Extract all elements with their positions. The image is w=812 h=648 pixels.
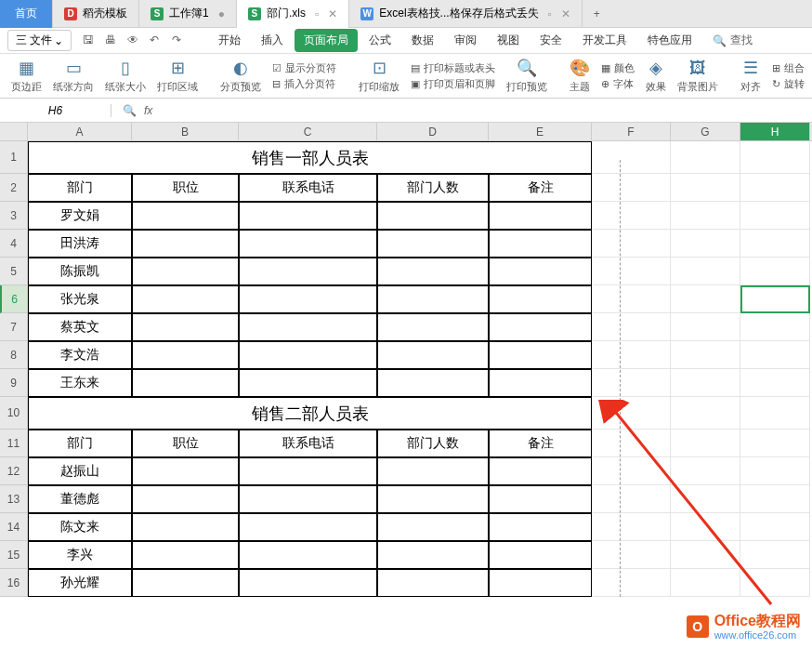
cell-F5[interactable] — [592, 258, 671, 285]
cell-D6[interactable] — [377, 285, 489, 313]
cell-B4[interactable] — [132, 230, 239, 258]
row-header-10[interactable]: 10 — [0, 397, 28, 430]
row-header-11[interactable]: 11 — [0, 430, 28, 457]
row-header-14[interactable]: 14 — [0, 513, 28, 541]
row-header-1[interactable]: 1 — [0, 141, 28, 174]
col-header-D[interactable]: D — [377, 123, 489, 140]
col-header-A[interactable]: A — [28, 123, 132, 140]
cell-C3[interactable] — [239, 202, 377, 230]
fx-search-icon[interactable]: 🔍 — [123, 104, 137, 117]
cell-F4[interactable] — [592, 230, 671, 258]
cell-G15[interactable] — [671, 541, 740, 569]
background-button[interactable]: 🖼背景图片 — [674, 59, 722, 94]
cell-G12[interactable] — [671, 457, 740, 485]
cell-E11[interactable]: 备注 — [489, 430, 592, 457]
cell-F3[interactable] — [592, 202, 671, 230]
margins-button[interactable]: ▦页边距 — [7, 58, 46, 94]
row-header-6[interactable]: 6 — [0, 285, 28, 313]
col-header-H[interactable]: H — [740, 123, 810, 140]
cell-G2[interactable] — [671, 174, 740, 202]
cell-D15[interactable] — [377, 541, 489, 569]
align-button[interactable]: ☰对齐 — [737, 58, 765, 94]
cell-A14[interactable]: 陈文来 — [28, 513, 132, 541]
cell-D4[interactable] — [377, 230, 489, 258]
cell-C12[interactable] — [239, 457, 377, 485]
cell-B6[interactable] — [132, 285, 239, 313]
page-break-preview-button[interactable]: ◐分页预览 — [216, 58, 265, 94]
cell-F13[interactable] — [592, 485, 671, 513]
cell-B5[interactable] — [132, 258, 239, 285]
cell-C9[interactable] — [239, 369, 377, 397]
show-page-break-button[interactable]: ☑显示分页符 — [268, 61, 340, 75]
cell-H7[interactable] — [740, 313, 810, 341]
group-button[interactable]: ⊞组合 — [768, 61, 808, 75]
tab-home[interactable]: 首页 — [0, 0, 53, 28]
tab-insert[interactable]: 插入 — [252, 29, 293, 52]
cell-B11[interactable]: 职位 — [132, 430, 239, 457]
cell-A8[interactable]: 李文浩 — [28, 341, 132, 369]
tab-dept[interactable]: S 部门.xls ▫ ✕ — [237, 0, 349, 28]
cell-G6[interactable] — [671, 285, 740, 313]
cell-A12[interactable]: 赵振山 — [28, 457, 132, 485]
cell-A3[interactable]: 罗文娟 — [28, 202, 132, 230]
tab-review[interactable]: 审阅 — [445, 29, 486, 52]
cell-B15[interactable] — [132, 541, 239, 569]
colors-button[interactable]: ▦颜色 — [597, 61, 638, 75]
tab-options-icon[interactable]: ▫ — [315, 7, 319, 20]
cell-reference-box[interactable]: H6 — [0, 104, 111, 117]
cell-B9[interactable] — [132, 369, 239, 397]
tab-template[interactable]: D 稻壳模板 — [53, 0, 139, 28]
row-header-3[interactable]: 3 — [0, 202, 28, 230]
cell-B2[interactable]: 职位 — [132, 174, 239, 202]
cell-E5[interactable] — [489, 258, 592, 285]
fonts-button[interactable]: ⊕字体 — [597, 77, 638, 91]
effects-button[interactable]: ◈效果 — [642, 58, 670, 94]
cell-H2[interactable] — [740, 174, 810, 202]
cell-F9[interactable] — [592, 369, 671, 397]
insert-page-break-button[interactable]: ⊟插入分页符 — [268, 77, 340, 91]
cell-H13[interactable] — [740, 485, 810, 513]
cell-H14[interactable] — [740, 513, 810, 541]
cell-F10[interactable] — [592, 397, 671, 430]
row-header-7[interactable]: 7 — [0, 313, 28, 341]
cell-G14[interactable] — [671, 513, 740, 541]
cell-C6[interactable] — [239, 285, 377, 313]
col-header-E[interactable]: E — [489, 123, 592, 140]
cell-D9[interactable] — [377, 369, 489, 397]
cell-C15[interactable] — [239, 541, 377, 569]
cell-H15[interactable] — [740, 541, 810, 569]
cell-H4[interactable] — [740, 230, 810, 258]
cell-H6[interactable] — [740, 285, 810, 313]
tab-special[interactable]: 特色应用 — [638, 29, 701, 52]
cell-E14[interactable] — [489, 513, 592, 541]
cell-F11[interactable] — [592, 430, 671, 457]
cell-A1[interactable]: 销售一部人员表 — [28, 141, 592, 174]
row-header-8[interactable]: 8 — [0, 341, 28, 369]
row-header-4[interactable]: 4 — [0, 230, 28, 258]
cell-G11[interactable] — [671, 430, 740, 457]
print-titles-button[interactable]: ▤打印标题或表头 — [407, 61, 499, 75]
cell-F1[interactable] — [592, 141, 671, 174]
cell-C8[interactable] — [239, 341, 377, 369]
cell-C14[interactable] — [239, 513, 377, 541]
tab-formula[interactable]: 公式 — [360, 29, 400, 52]
cell-G5[interactable] — [671, 258, 740, 285]
cell-H12[interactable] — [740, 457, 810, 485]
cell-D3[interactable] — [377, 202, 489, 230]
undo-icon[interactable]: ↶ — [150, 33, 164, 48]
fx-label[interactable]: fx — [144, 104, 152, 117]
print-scale-button[interactable]: ⊡打印缩放 — [355, 58, 403, 94]
cell-G4[interactable] — [671, 230, 740, 258]
print-icon[interactable]: 🖶 — [105, 33, 120, 48]
rotate-button[interactable]: ↻旋转 — [768, 77, 808, 91]
cell-A16[interactable]: 孙光耀 — [28, 569, 132, 597]
cell-D5[interactable] — [377, 258, 489, 285]
header-footer-button[interactable]: ▣打印页眉和页脚 — [407, 77, 499, 91]
redo-icon[interactable]: ↷ — [172, 33, 187, 48]
cell-E4[interactable] — [489, 230, 592, 258]
row-header-13[interactable]: 13 — [0, 485, 28, 513]
row-header-15[interactable]: 15 — [0, 541, 28, 569]
cell-A10[interactable]: 销售二部人员表 — [28, 397, 592, 430]
cell-G16[interactable] — [671, 569, 740, 597]
cell-C4[interactable] — [239, 230, 377, 258]
